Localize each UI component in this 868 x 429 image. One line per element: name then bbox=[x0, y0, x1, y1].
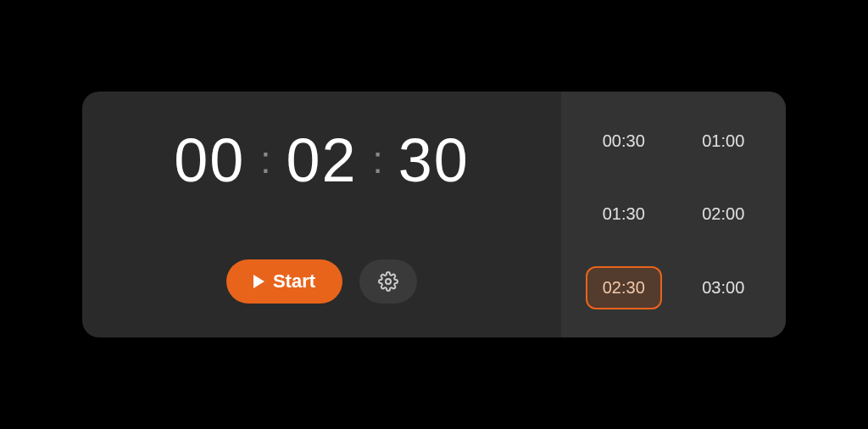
preset-00-30[interactable]: 00:30 bbox=[586, 120, 662, 163]
start-button[interactable]: Start bbox=[226, 259, 342, 304]
gear-icon bbox=[378, 271, 398, 292]
preset-01-00[interactable]: 01:00 bbox=[685, 120, 761, 163]
timer-main: 00 : 02 : 30 Start bbox=[82, 92, 561, 337]
time-hours[interactable]: 00 bbox=[174, 125, 245, 195]
preset-02-00[interactable]: 02:00 bbox=[685, 192, 761, 236]
time-minutes[interactable]: 02 bbox=[286, 125, 357, 195]
settings-button[interactable] bbox=[359, 259, 417, 304]
presets-panel: 00:3001:0001:3002:0002:3003:00 bbox=[561, 92, 786, 337]
time-separator: : bbox=[260, 139, 270, 181]
controls-row: Start bbox=[108, 259, 536, 304]
preset-02-30[interactable]: 02:30 bbox=[586, 266, 662, 309]
time-seconds[interactable]: 30 bbox=[398, 125, 470, 195]
preset-01-30[interactable]: 01:30 bbox=[586, 192, 662, 236]
time-separator: : bbox=[373, 139, 383, 181]
svg-point-0 bbox=[386, 279, 391, 284]
time-display: 00 : 02 : 30 bbox=[108, 125, 536, 195]
start-button-label: Start bbox=[273, 270, 315, 292]
preset-03-00[interactable]: 03:00 bbox=[685, 266, 761, 309]
play-icon bbox=[253, 275, 264, 288]
timer-card: 00 : 02 : 30 Start 00:3001:0001:3002:000… bbox=[82, 92, 786, 337]
